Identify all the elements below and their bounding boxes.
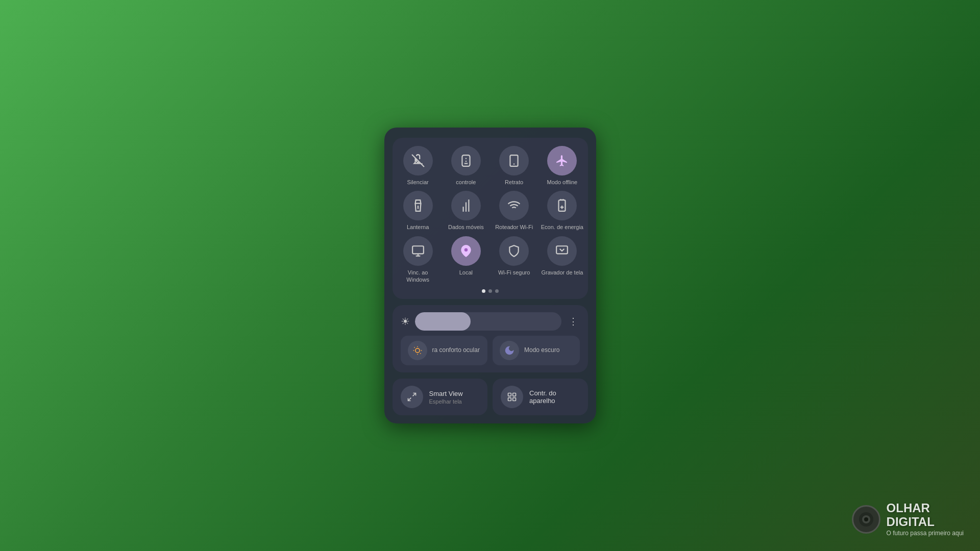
modo-escuro-label: Modo escuro bbox=[524, 346, 559, 355]
svg-line-0 bbox=[412, 155, 424, 167]
watermark: OLHARDIGITAL O futuro passa primeiro aqu… bbox=[852, 502, 964, 537]
smart-view-subtitle: Espelhar tela bbox=[429, 398, 463, 405]
controle-label: controle bbox=[456, 179, 476, 186]
lanterna-icon bbox=[403, 191, 433, 220]
retrato-label: Retrato bbox=[505, 179, 523, 186]
local-icon bbox=[451, 236, 481, 266]
svg-rect-5 bbox=[510, 155, 518, 166]
svg-line-26 bbox=[412, 393, 415, 396]
toggle-roteador-wifi[interactable]: Roteador Wi-Fi bbox=[493, 191, 535, 231]
gravador-tela-icon bbox=[547, 236, 577, 266]
svg-rect-28 bbox=[508, 393, 511, 396]
brightness-section: ☀ ⋮ ra conforto ocular Modo escuro bbox=[393, 305, 588, 372]
roteador-wifi-icon bbox=[499, 191, 529, 220]
svg-line-27 bbox=[408, 398, 411, 401]
svg-point-34 bbox=[864, 517, 868, 521]
local-label: Local bbox=[459, 269, 473, 276]
quick-toggles-section: Silenciar controle Retrato bbox=[393, 138, 588, 299]
toggle-modo-escuro[interactable]: Modo escuro bbox=[493, 336, 580, 365]
contr-aparelho-text: Contr. do aparelho bbox=[529, 389, 580, 405]
toggle-retrato[interactable]: Retrato bbox=[493, 146, 535, 186]
bottom-actions: Smart View Espelhar tela Contr. do apare… bbox=[393, 379, 588, 415]
toggle-conforto-ocular[interactable]: ra conforto ocular bbox=[401, 336, 488, 365]
page-dots bbox=[397, 289, 584, 293]
svg-rect-14 bbox=[412, 246, 424, 254]
toggle-silenciar[interactable]: Silenciar bbox=[397, 146, 439, 186]
brightness-slider[interactable] bbox=[415, 312, 561, 331]
contr-aparelho-button[interactable]: Contr. do aparelho bbox=[493, 379, 588, 415]
toggle-lanterna[interactable]: Lanterna bbox=[397, 191, 439, 231]
dados-moveis-icon bbox=[451, 191, 481, 220]
gravador-tela-label: Gravador de tela bbox=[541, 269, 583, 276]
dot-2[interactable] bbox=[488, 289, 492, 293]
modo-offline-label: Modo offline bbox=[547, 179, 578, 186]
toggle-dados-moveis[interactable]: Dados móveis bbox=[445, 191, 487, 231]
silenciar-icon bbox=[403, 146, 433, 176]
watermark-text: OLHARDIGITAL O futuro passa primeiro aqu… bbox=[887, 502, 964, 537]
dados-moveis-label: Dados móveis bbox=[448, 223, 484, 231]
roteador-wifi-label: Roteador Wi-Fi bbox=[495, 223, 533, 231]
contr-aparelho-icon bbox=[501, 386, 523, 408]
silenciar-label: Silenciar bbox=[407, 179, 429, 186]
watermark-logo bbox=[852, 505, 880, 534]
svg-line-23 bbox=[420, 353, 421, 354]
wifi-seguro-icon bbox=[499, 236, 529, 266]
smart-view-title: Smart View bbox=[429, 390, 463, 397]
toggle-controle[interactable]: controle bbox=[445, 146, 487, 186]
modo-escuro-icon bbox=[500, 341, 519, 360]
toggles-grid: Silenciar controle Retrato bbox=[397, 146, 584, 283]
watermark-brand: OLHARDIGITAL bbox=[887, 502, 964, 529]
svg-rect-31 bbox=[513, 398, 516, 401]
brightness-menu-button[interactable]: ⋮ bbox=[567, 314, 580, 329]
svg-rect-18 bbox=[557, 246, 568, 254]
comfort-row: ra conforto ocular Modo escuro bbox=[401, 336, 580, 365]
dot-3[interactable] bbox=[495, 289, 499, 293]
toggle-local[interactable]: Local bbox=[445, 236, 487, 284]
wifi-seguro-label: Wi-Fi seguro bbox=[498, 269, 530, 276]
toggle-wifi-seguro[interactable]: Wi-Fi seguro bbox=[493, 236, 535, 284]
controle-icon bbox=[451, 146, 481, 176]
econ-energia-label: Econ. de energia bbox=[541, 223, 583, 231]
modo-offline-icon bbox=[547, 146, 577, 176]
vinc-windows-icon bbox=[403, 236, 433, 266]
econ-energia-icon bbox=[547, 191, 577, 220]
toggle-vinc-windows[interactable]: Vinc. ao Windows bbox=[397, 236, 439, 284]
svg-rect-29 bbox=[513, 393, 516, 396]
control-panel: Silenciar controle Retrato bbox=[384, 128, 596, 423]
contr-aparelho-title: Contr. do aparelho bbox=[529, 389, 580, 405]
svg-point-17 bbox=[464, 248, 468, 252]
smart-view-text: Smart View Espelhar tela bbox=[429, 390, 463, 405]
svg-line-22 bbox=[414, 347, 414, 348]
dot-1[interactable] bbox=[482, 289, 485, 293]
lanterna-label: Lanterna bbox=[407, 223, 429, 231]
svg-rect-30 bbox=[508, 398, 511, 401]
conforto-ocular-icon bbox=[408, 341, 427, 360]
toggle-econ-energia[interactable]: Econ. de energia bbox=[541, 191, 583, 231]
conforto-ocular-label: ra conforto ocular bbox=[432, 346, 480, 355]
smart-view-button[interactable]: Smart View Espelhar tela bbox=[393, 379, 488, 415]
brightness-row: ☀ ⋮ bbox=[401, 312, 580, 331]
toggle-modo-offline[interactable]: Modo offline bbox=[541, 146, 583, 186]
brightness-fill bbox=[415, 312, 471, 331]
retrato-icon bbox=[499, 146, 529, 176]
brightness-icon: ☀ bbox=[401, 315, 410, 328]
smart-view-icon bbox=[401, 386, 423, 408]
vinc-windows-label: Vinc. ao Windows bbox=[397, 269, 439, 284]
svg-point-19 bbox=[415, 348, 419, 353]
toggle-gravador-tela[interactable]: Gravador de tela bbox=[541, 236, 583, 284]
watermark-tagline: O futuro passa primeiro aqui bbox=[887, 530, 964, 537]
